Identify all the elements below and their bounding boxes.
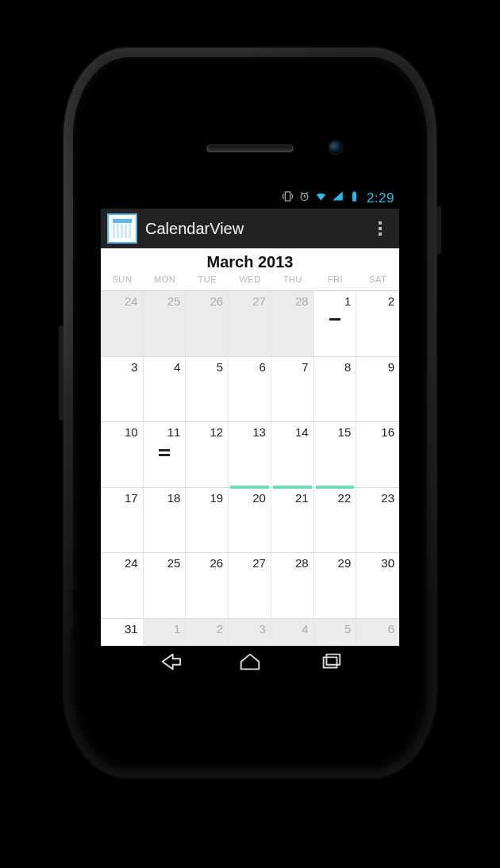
calendar-day[interactable]: 8 [314,357,357,422]
calendar-day[interactable]: 1 [314,291,357,356]
screen: 2:29 CalendarView March 2013 SUNMONTUEWE… [101,188,399,681]
day-number: 24 [125,556,138,570]
calendar-week: 10111213141516 [101,422,399,488]
day-number: 30 [381,556,394,570]
calendar-week: 31123456 [101,619,399,646]
calendar-day[interactable]: 1 [144,619,187,646]
calendar-day[interactable]: 26 [186,553,229,618]
calendar-day[interactable]: 3 [229,619,271,646]
calendar-day[interactable]: 31 [101,619,144,646]
day-number: 26 [210,556,223,570]
home-button[interactable] [238,650,262,677]
day-number: 28 [295,556,309,570]
alarm-icon [298,190,310,206]
calendar-day[interactable]: 7 [271,357,314,422]
calendar-day[interactable]: 14 [271,422,314,487]
day-number: 14 [295,425,309,439]
day-header: SUN [101,273,144,290]
day-number: 5 [217,360,223,374]
calendar-day[interactable]: 30 [356,553,399,618]
day-number: 3 [131,360,137,374]
phone-frame: 2:29 CalendarView March 2013 SUNMONTUEWE… [63,48,437,778]
calendar-day[interactable]: 11 [144,422,187,487]
calendar-day[interactable]: 2 [186,619,229,646]
calendar-week: 242526272812 [101,291,399,357]
calendar-day[interactable]: 22 [314,488,357,553]
day-number: 26 [210,294,223,308]
day-number: 5 [344,622,351,636]
svg-rect-1 [323,657,337,667]
event-indicator [159,449,170,451]
selection-bar [273,486,312,489]
calendar-day[interactable]: 6 [229,357,271,422]
calendar-day[interactable]: 24 [101,553,144,618]
day-number: 22 [338,491,352,505]
calendar-day[interactable]: 25 [144,291,187,356]
calendar-day[interactable]: 29 [314,553,357,618]
calendar-day[interactable]: 5 [314,619,357,646]
app-title: CalendarView [145,220,244,238]
calendar-day[interactable]: 4 [271,619,314,646]
selection-bar [230,486,269,489]
calendar-day[interactable]: 26 [186,291,229,356]
power-button [437,206,441,254]
calendar-day[interactable]: 27 [229,553,271,618]
day-number: 7 [302,360,308,374]
calendar-day[interactable]: 5 [186,357,229,422]
calendar-day[interactable]: 28 [271,553,314,618]
calendar-day[interactable]: 17 [101,488,144,553]
calendar-day[interactable]: 25 [144,553,187,618]
day-number: 23 [381,491,394,505]
calendar-day[interactable]: 2 [356,291,399,356]
calendar-view: March 2013 SUNMONTUEWEDTHUFRISAT 2425262… [101,248,399,646]
calendar-day[interactable]: 21 [271,488,314,553]
day-number: 8 [344,360,351,374]
day-number: 4 [302,622,308,636]
phone-bezel: 2:29 CalendarView March 2013 SUNMONTUEWE… [73,57,427,768]
day-number: 28 [295,294,309,308]
day-number: 29 [338,556,352,570]
calendar-day[interactable]: 24 [101,291,144,356]
calendar-day[interactable]: 13 [229,422,271,487]
overflow-menu-button[interactable] [369,209,391,248]
day-number: 27 [252,294,266,308]
calendar-day[interactable]: 19 [186,488,229,553]
calendar-day[interactable]: 23 [356,488,399,553]
calendar-day[interactable]: 16 [356,422,399,487]
calendar-grid[interactable]: 2425262728123456789101112131415161718192… [101,291,399,646]
calendar-day[interactable]: 10 [101,422,144,487]
day-number: 1 [344,294,351,308]
day-header: WED [229,273,271,290]
day-number: 2 [217,622,223,636]
day-of-week-header: SUNMONTUEWEDTHUFRISAT [101,273,399,291]
day-number: 17 [125,491,138,505]
day-header: SAT [356,273,399,290]
calendar-day[interactable]: 3 [101,357,144,422]
calendar-day[interactable]: 4 [144,357,187,422]
calendar-day[interactable]: 12 [186,422,229,487]
day-header: TUE [186,273,229,290]
recent-apps-button[interactable] [319,650,343,677]
day-number: 24 [125,294,138,308]
calendar-day[interactable]: 6 [356,619,399,646]
day-number: 11 [167,425,181,439]
day-number: 15 [338,425,352,439]
day-number: 19 [210,491,223,505]
calendar-day[interactable]: 15 [314,422,357,487]
calendar-day[interactable]: 9 [356,357,399,422]
back-button[interactable] [158,650,182,677]
day-number: 18 [167,491,181,505]
status-clock: 2:29 [367,190,394,206]
svg-rect-2 [326,655,340,665]
calendar-week: 17181920212223 [101,488,399,554]
vibrate-icon [282,190,294,206]
calendar-day[interactable]: 28 [271,291,314,356]
calendar-week: 3456789 [101,357,399,423]
day-number: 2 [388,294,394,308]
calendar-day[interactable]: 20 [229,488,271,553]
app-icon[interactable] [107,213,137,244]
calendar-day[interactable]: 18 [144,488,187,553]
wifi-icon [315,190,327,206]
signal-icon [332,190,344,206]
calendar-day[interactable]: 27 [229,291,271,356]
